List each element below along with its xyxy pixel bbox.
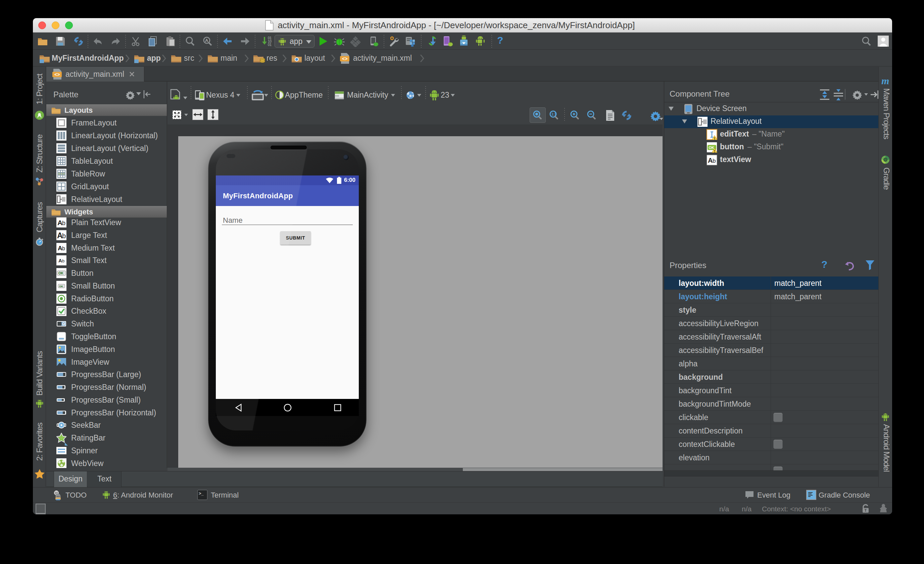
svg-text:OK: OK: [58, 271, 64, 275]
svg-text:b: b: [62, 258, 64, 263]
svg-text:T: T: [865, 508, 867, 512]
svg-text:01: 01: [268, 43, 272, 46]
svg-text:b: b: [62, 245, 65, 251]
svg-text:b: b: [62, 220, 66, 226]
svg-text:A: A: [58, 258, 62, 263]
svg-text:<>: <>: [54, 72, 60, 77]
svg-text:A: A: [205, 38, 208, 43]
svg-text:OK: OK: [59, 285, 63, 288]
svg-text:<>: <>: [342, 56, 347, 61]
svg-text:A: A: [58, 245, 62, 251]
svg-text:A: A: [57, 219, 62, 226]
svg-text:b: b: [712, 158, 716, 164]
svg-text:A: A: [708, 157, 712, 164]
svg-text:b: b: [62, 232, 66, 239]
svg-text:OK: OK: [709, 146, 715, 150]
svg-text:1:1: 1:1: [552, 112, 556, 116]
